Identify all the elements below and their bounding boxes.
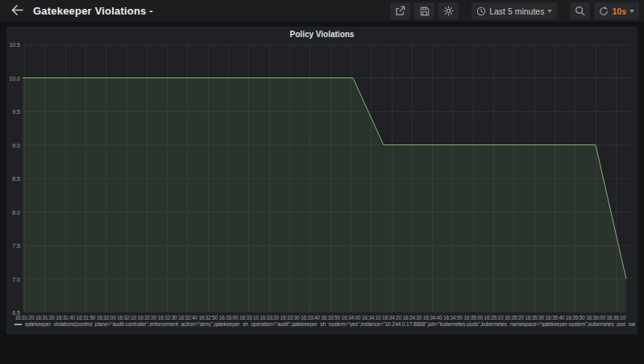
legend-series-label[interactable]: gatekeeper_violations{control_plane="aud… <box>25 321 635 327</box>
refresh-icon <box>599 6 609 16</box>
x-axis-tick-label: 16:34:40 <box>423 315 442 320</box>
y-axis-tick-label: 10.0 <box>6 75 20 81</box>
x-axis-tick-label: 16:34:10 <box>362 315 381 320</box>
refresh-button[interactable]: 10s <box>594 2 639 19</box>
time-range-label: Last 5 minutes <box>489 6 544 16</box>
x-axis-tick-label: 16:33:10 <box>239 315 259 320</box>
share-button[interactable] <box>390 2 410 19</box>
x-axis-tick-label: 16:36:00 <box>586 315 605 320</box>
zoom-out-button[interactable] <box>570 2 590 19</box>
x-axis-tick-label: 16:35:50 <box>566 315 585 320</box>
dashboard-title[interactable]: Gatekeeper Violations - <box>33 5 153 17</box>
x-axis-tick-label: 16:31:20 <box>15 315 35 320</box>
x-axis-tick-label: 16:34:30 <box>402 315 422 320</box>
timeseries-chart <box>23 44 630 312</box>
y-axis-tick-label: 7.0 <box>6 276 20 282</box>
x-axis-tick-label: 16:32:50 <box>198 315 218 320</box>
top-navbar: Gatekeeper Violations - <box>0 0 644 23</box>
chart-plot-area[interactable] <box>23 44 630 312</box>
x-axis-tick-label: 16:33:30 <box>280 315 300 320</box>
chart-legend: gatekeeper_violations{control_plane="aud… <box>15 321 635 327</box>
x-axis-tick-label: 16:35:20 <box>505 315 524 320</box>
x-axis-tick-label: 16:31:40 <box>56 315 75 320</box>
x-axis-tick-label: 16:33:20 <box>260 315 279 320</box>
y-axis-tick-label: 9.5 <box>6 109 20 115</box>
chevron-down-icon <box>547 10 552 13</box>
x-axis-tick-label: 16:32:30 <box>158 315 177 320</box>
time-range-picker[interactable]: Last 5 minutes <box>472 2 557 19</box>
share-icon <box>395 6 405 16</box>
dashboard-canvas: Policy Violations gatekeeper_violations{… <box>0 23 644 334</box>
save-button[interactable] <box>414 2 434 19</box>
x-axis-tick-label: 16:33:50 <box>321 315 340 320</box>
policy-violations-panel: Policy Violations gatekeeper_violations{… <box>6 27 638 334</box>
x-axis-tick-label: 16:32:20 <box>137 315 156 320</box>
chevron-down-icon <box>629 10 634 13</box>
y-axis-tick-label: 7.5 <box>6 243 20 249</box>
y-axis-tick-label: 8.0 <box>6 209 20 215</box>
x-axis-tick-label: 16:35:10 <box>484 315 504 320</box>
refresh-interval-label: 10s <box>612 6 626 16</box>
arrow-left-icon <box>11 5 23 18</box>
x-axis-tick-label: 16:36:10 <box>606 315 625 320</box>
x-axis-tick-label: 16:34:50 <box>443 315 463 320</box>
y-axis-tick-label: 10.5 <box>6 42 20 48</box>
y-axis-tick-label: 9.0 <box>6 142 20 148</box>
x-axis-tick-label: 16:34:00 <box>342 315 361 320</box>
legend-color-swatch <box>15 324 22 325</box>
x-axis-tick-label: 16:31:50 <box>77 315 96 320</box>
x-axis-tick-label: 16:35:40 <box>546 315 565 320</box>
navbar-actions: Last 5 minutes 10s <box>390 2 639 19</box>
x-axis-tick-label: 16:32:40 <box>178 315 197 320</box>
magnifier-icon <box>575 6 585 16</box>
back-button[interactable] <box>8 3 27 19</box>
x-axis-tick-label: 16:32:10 <box>117 315 136 320</box>
x-axis-tick-label: 16:33:00 <box>219 315 239 320</box>
save-icon <box>420 6 430 16</box>
x-axis-tick-label: 16:33:40 <box>301 315 320 320</box>
x-axis-tick-label: 16:32:00 <box>97 315 116 320</box>
x-axis-tick-label: 16:35:30 <box>525 315 544 320</box>
gear-icon <box>443 6 454 16</box>
x-axis-tick-label: 16:31:30 <box>35 315 55 320</box>
y-axis-tick-label: 8.5 <box>6 176 20 182</box>
x-axis-tick-label: 16:34:20 <box>382 315 401 320</box>
clock-icon <box>476 6 486 16</box>
settings-button[interactable] <box>438 2 459 19</box>
panel-title[interactable]: Policy Violations <box>6 30 638 39</box>
x-axis-tick-label: 16:35:00 <box>463 315 483 320</box>
